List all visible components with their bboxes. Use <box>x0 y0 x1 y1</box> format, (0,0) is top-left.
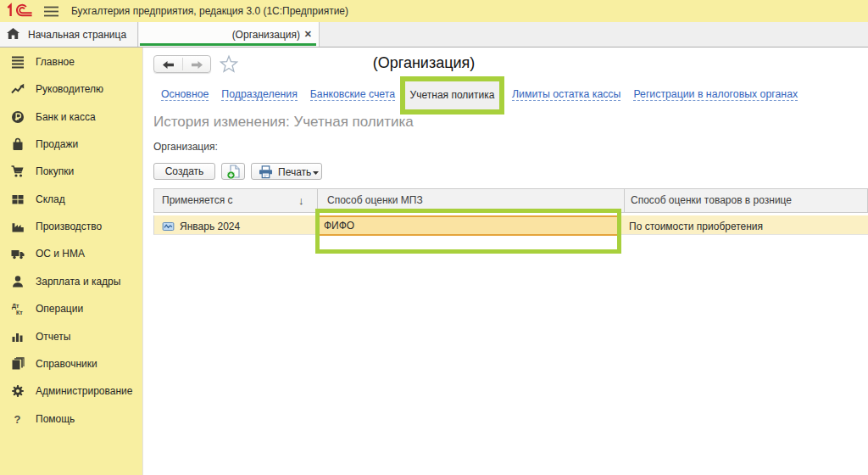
svg-text:Дт: Дт <box>12 303 19 310</box>
svg-text:?: ? <box>14 413 21 426</box>
svg-text:Кт: Кт <box>16 310 23 316</box>
